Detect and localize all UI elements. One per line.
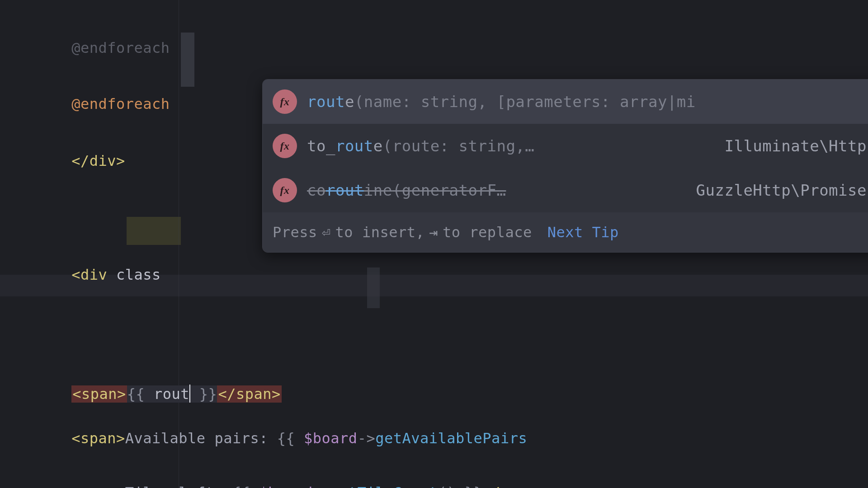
text-node: Tiles left: xyxy=(125,484,232,488)
completion-match: rout xyxy=(326,181,364,199)
completion-rest: e xyxy=(373,137,383,155)
method-call: getAvailablePairs xyxy=(375,430,527,447)
blade-open: {{ xyxy=(232,484,259,488)
html-close-tag: </spa xyxy=(482,484,527,488)
typed-text: rout xyxy=(154,385,189,403)
function-icon: fx xyxy=(273,178,297,202)
html-close-tag: </span> xyxy=(217,385,281,403)
completion-signature: (name: string, [parameters: array|mi xyxy=(354,93,696,111)
html-open-tag: <div xyxy=(71,266,107,283)
completion-match: rout xyxy=(335,137,373,155)
next-tip-link[interactable]: Next Tip xyxy=(547,224,619,241)
html-open-tag: <span> xyxy=(71,484,125,488)
hint-text: Press xyxy=(273,224,317,241)
function-icon: fx xyxy=(273,89,297,114)
php-variable: $board xyxy=(259,484,313,488)
blade-directive: @endforeach xyxy=(71,39,170,56)
text-node: Available pairs: xyxy=(125,430,277,447)
hint-text: to replace xyxy=(443,224,532,241)
blade-close: }} xyxy=(456,484,482,488)
completion-signature: (route: string,… xyxy=(383,137,535,155)
call-parens: () xyxy=(438,484,456,488)
completion-rest: e xyxy=(345,93,354,111)
completion-origin: GuzzleHttp\Promise xyxy=(683,181,867,199)
hint-text: to insert, xyxy=(335,224,425,241)
tab-key-icon: ⇥ xyxy=(429,224,438,241)
autocomplete-item[interactable]: fx to_route(route: string,… Illuminate\H… xyxy=(263,124,868,168)
html-open-tag: <span> xyxy=(71,430,125,447)
completion-pre: co xyxy=(307,181,326,199)
blade-close: }} xyxy=(190,385,217,403)
html-attr: class xyxy=(116,266,161,283)
blade-open: {{ xyxy=(277,430,304,447)
html-open-tag: <span> xyxy=(71,385,127,403)
completion-rest: ine xyxy=(364,181,392,199)
method-call: getTileCount xyxy=(330,484,438,488)
code-editor[interactable]: @endforeach @endforeach </div> <div clas… xyxy=(0,0,868,488)
completion-origin: Illuminate\Http xyxy=(711,137,867,155)
autocomplete-item[interactable]: fx route(name: string, [parameters: arra… xyxy=(263,80,868,124)
enter-key-icon: ⏎ xyxy=(322,224,331,241)
php-variable: $board xyxy=(304,430,358,447)
autocomplete-item[interactable]: fx coroutine(generatorF… GuzzleHttp\Prom… xyxy=(263,168,868,212)
arrow-op: -> xyxy=(358,430,376,447)
blade-open: {{ xyxy=(127,385,154,403)
completion-match: rout xyxy=(307,93,345,111)
text-caret xyxy=(189,385,190,403)
arrow-op: -> xyxy=(313,484,331,488)
blade-directive: @endforeach xyxy=(71,95,170,113)
code-line: @endforeach xyxy=(0,0,868,15)
completion-pre: to_ xyxy=(307,137,335,155)
autocomplete-popup[interactable]: fx route(name: string, [parameters: arra… xyxy=(262,79,868,253)
html-close-tag: </div> xyxy=(71,152,125,169)
function-icon: fx xyxy=(273,134,297,158)
completion-signature: (generatorF… xyxy=(392,181,506,199)
autocomplete-hint: Press ⏎ to insert, ⇥ to replace Next Tip xyxy=(263,212,868,252)
